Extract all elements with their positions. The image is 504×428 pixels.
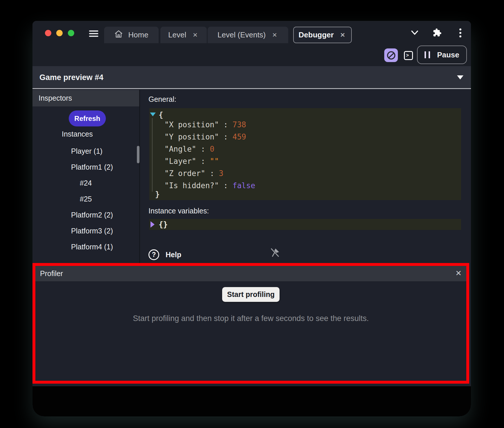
tab-level[interactable]: Level ✕ bbox=[160, 27, 207, 43]
json-colon: : bbox=[196, 157, 210, 166]
minimize-window-button[interactable] bbox=[56, 30, 63, 36]
json-colon: : bbox=[219, 120, 233, 129]
json-colon: : bbox=[205, 169, 219, 178]
close-tab-icon[interactable]: ✕ bbox=[191, 31, 199, 39]
json-colon: : bbox=[219, 181, 233, 190]
close-tab-icon[interactable]: ✕ bbox=[271, 31, 278, 39]
help-button[interactable]: ? Help bbox=[148, 249, 181, 260]
tree-item-platform3-2[interactable]: Platform3 (2) bbox=[71, 227, 113, 235]
collapse-caret-icon[interactable] bbox=[457, 75, 463, 79]
json-property-row: "Y position" : 459 bbox=[164, 133, 246, 141]
debugger-toolbar: > Pause bbox=[32, 43, 471, 66]
close-window-button[interactable] bbox=[45, 30, 51, 36]
close-tab-icon[interactable]: ✕ bbox=[339, 31, 347, 39]
tab-debugger[interactable]: Debugger ✕ bbox=[293, 27, 352, 43]
json-key: "X position" bbox=[164, 120, 219, 129]
profiler-header: Profiler ✕ bbox=[35, 266, 466, 281]
json-key: "Z order" bbox=[164, 169, 205, 178]
general-label: General: bbox=[148, 95, 176, 104]
question-circle-icon: ? bbox=[148, 249, 159, 260]
game-preview-title: Game preview #4 bbox=[39, 73, 104, 82]
main-menu-icon[interactable] bbox=[89, 30, 98, 37]
tree-item-platform1-2[interactable]: Platform1 (2) bbox=[71, 163, 113, 171]
tree-item-player-1[interactable]: Player (1) bbox=[71, 147, 102, 155]
maximize-window-button[interactable] bbox=[68, 30, 74, 36]
json-value: false bbox=[233, 181, 255, 190]
json-colon: : bbox=[196, 145, 210, 153]
tab-label: Home bbox=[128, 30, 148, 39]
more-options-kebab-icon[interactable] bbox=[459, 28, 461, 39]
json-key: "Angle" bbox=[164, 145, 196, 153]
chevron-down-icon[interactable] bbox=[411, 30, 419, 37]
profiler-title: Profiler bbox=[40, 269, 63, 278]
help-label: Help bbox=[166, 251, 181, 259]
unpin-icon[interactable] bbox=[269, 247, 280, 260]
json-value: 459 bbox=[233, 133, 246, 141]
inspectors-sidebar: Inspectors Refresh InstancesPlayer (1)Pl… bbox=[32, 90, 140, 263]
json-property-row: "Is hidden?" : false bbox=[164, 181, 255, 190]
close-profiler-icon[interactable]: ✕ bbox=[455, 269, 462, 278]
collapsed-triangle-icon[interactable] bbox=[151, 221, 155, 228]
home-icon bbox=[114, 30, 123, 40]
start-profiling-button[interactable]: Start profiling bbox=[222, 287, 280, 302]
tab-label: Debugger bbox=[299, 30, 334, 39]
app-window: Home Level ✕ Level (Events) ✕ Debugger ✕ bbox=[32, 21, 471, 416]
tree-item-24[interactable]: #24 bbox=[80, 179, 92, 187]
instance-variables-value: {} bbox=[159, 220, 168, 229]
profiler-message: Start profiling and then stop it after a… bbox=[35, 314, 466, 323]
json-key: "Y position" bbox=[164, 133, 219, 141]
tree-item-25[interactable]: #25 bbox=[80, 195, 92, 203]
json-property-row: "Angle" : 0 bbox=[164, 145, 214, 153]
json-property-row: "Layer" : "" bbox=[164, 157, 219, 166]
json-value: "" bbox=[210, 157, 219, 166]
close-brace: } bbox=[155, 190, 160, 199]
tree-item-platform2-2[interactable]: Platform2 (2) bbox=[71, 211, 113, 219]
title-bar: Home Level ✕ Level (Events) ✕ Debugger ✕ bbox=[32, 21, 471, 43]
json-value: 3 bbox=[219, 169, 224, 178]
tree-item-platform4-1[interactable]: Platform4 (1) bbox=[71, 243, 113, 251]
sidebar-scrollbar-thumb[interactable] bbox=[137, 146, 139, 163]
tab-label: Level (Events) bbox=[217, 30, 266, 39]
inspectors-header: Inspectors bbox=[32, 90, 139, 106]
profiler-gauge-icon[interactable] bbox=[384, 48, 398, 62]
expanded-triangle-icon[interactable] bbox=[150, 113, 156, 116]
tab-home[interactable]: Home bbox=[104, 27, 159, 43]
open-brace: { bbox=[159, 110, 163, 119]
json-key: "Layer" bbox=[164, 157, 196, 166]
tab-level-events[interactable]: Level (Events) ✕ bbox=[208, 27, 288, 43]
instance-variables-label: Instance variables: bbox=[148, 207, 209, 215]
profiler-panel: Profiler ✕ Start profiling Start profili… bbox=[32, 263, 469, 384]
tree-item-instances[interactable]: Instances bbox=[62, 130, 93, 138]
json-colon: : bbox=[219, 133, 233, 141]
window-bottom-area bbox=[32, 386, 471, 416]
instance-variables-json: {} bbox=[149, 219, 461, 230]
console-icon[interactable]: > bbox=[404, 51, 413, 60]
tab-label: Level bbox=[168, 30, 186, 39]
json-key: "Is hidden?" bbox=[164, 181, 219, 190]
pause-button[interactable]: Pause bbox=[417, 46, 467, 64]
game-preview-header[interactable]: Game preview #4 bbox=[32, 66, 471, 89]
screenshot-stage: Home Level ✕ Level (Events) ✕ Debugger ✕ bbox=[0, 0, 504, 428]
json-property-row: "Z order" : 3 bbox=[164, 169, 224, 178]
extensions-puzzle-icon[interactable] bbox=[433, 28, 442, 38]
instance-details-panel: General: { "X position" : 738"Y position… bbox=[141, 90, 471, 263]
general-properties-json: { "X position" : 738"Y position" : 459"A… bbox=[149, 108, 461, 200]
json-property-row: "X position" : 738 bbox=[164, 120, 246, 129]
pause-label: Pause bbox=[437, 50, 459, 59]
debugger-content: Inspectors Refresh InstancesPlayer (1)Pl… bbox=[32, 90, 471, 263]
json-value: 738 bbox=[233, 120, 246, 129]
pause-icon bbox=[425, 51, 430, 58]
indent-guide bbox=[152, 118, 153, 192]
refresh-button[interactable]: Refresh bbox=[69, 110, 106, 126]
json-value: 0 bbox=[210, 145, 215, 153]
